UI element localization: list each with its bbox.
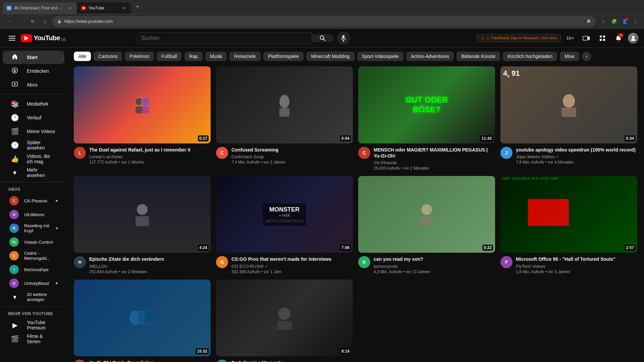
- sidebar-item-filme-serien[interactable]: 🎬 Filme & Serien: [3, 332, 64, 346]
- filter-chip-fussball[interactable]: Fußball: [157, 52, 182, 61]
- video-thumb-5: 4:24: [74, 176, 211, 253]
- filter-chip-alle[interactable]: Alle: [74, 52, 91, 61]
- video-camera-icon: [583, 36, 590, 41]
- sidebar-item-meine-videos[interactable]: 🎬 Meine Videos: [3, 125, 64, 138]
- channel-name-6: GO ECO RUSH! ✓: [231, 264, 353, 269]
- svg-rect-30: [564, 101, 567, 106]
- sidebar-sub-unholy[interactable]: U UnholyBlood: [3, 277, 64, 290]
- hamburger-icon: [9, 35, 15, 42]
- filter-chip-bildende[interactable]: Bildende Künste: [457, 52, 500, 61]
- voice-search-button[interactable]: [337, 32, 350, 45]
- video-title-7: can you read my son?: [374, 256, 495, 262]
- sidebar-item-abos[interactable]: Abos: [3, 78, 64, 92]
- forward-button[interactable]: →: [16, 17, 25, 26]
- video-card-2[interactable]: 0:04 C Confused Screaming Cockroach Soup…: [216, 66, 353, 171]
- filter-chip-pokemon[interactable]: Pokémon: [125, 52, 154, 61]
- filter-chip-plattform[interactable]: Plattformspiele: [263, 52, 304, 61]
- sidebar-sub-cedrix[interactable]: C Cedrix - Meinungsbl...: [3, 249, 64, 262]
- tubebuddy-warning-icon: ⚠: [481, 36, 484, 41]
- tab2-favicon: [81, 6, 86, 10]
- sidebar-item-mediathek[interactable]: 📚 Mediathek: [3, 97, 64, 111]
- filter-chip-sport[interactable]: Sport-Videospiele: [357, 52, 404, 61]
- new-tab-button[interactable]: +: [133, 2, 142, 12]
- sidebar-sub-uiuimemo[interactable]: U UiUiMemo: [3, 208, 64, 221]
- yt-logo[interactable]: YouTube DE: [21, 34, 66, 42]
- video-meta-4: youtube apology video speedrun (100% wor…: [516, 147, 637, 165]
- nav-actions: ☆ 🧩 👤 ⋮: [598, 17, 640, 26]
- sidebar-item-mehr[interactable]: ▾ Mehr ansehen: [3, 166, 64, 179]
- video-title-8: Microsoft Office 95 - "Hall of Tortured …: [516, 256, 637, 262]
- video-card-9[interactable]: 15:32 C Yu-Gi-Oh! Cards Compilation CK-P…: [74, 280, 211, 362]
- sidebar-sub-reselling[interactable]: R Reselling mit Kopf: [3, 222, 64, 235]
- video-meta-1: The Duel against Rafael, just as I remem…: [89, 147, 211, 165]
- sidebar-item-verlauf[interactable]: 🕐 Verlauf: [3, 111, 64, 124]
- video-card-1[interactable]: 0:17 L The Duel against Rafael, just as …: [74, 66, 211, 171]
- svg-point-5: [320, 36, 324, 39]
- notification-button[interactable]: 3: [612, 32, 625, 45]
- avatar-icon: [630, 35, 636, 41]
- filter-chip-kuerzlich[interactable]: Kürzlich hochgeladen: [503, 52, 557, 61]
- user-avatar[interactable]: [628, 33, 639, 44]
- watch-later-icon: 🕐: [11, 141, 19, 149]
- tab1-close[interactable]: ✕: [67, 5, 72, 11]
- svg-rect-40: [277, 321, 292, 330]
- home-button[interactable]: ⌂: [40, 17, 50, 26]
- channel-name-3: CK-Phoenix: [374, 160, 495, 165]
- filter-chip-mixe[interactable]: Mixe: [560, 52, 579, 61]
- sidebar-sub-ck-phoenix[interactable]: C CK-Phoenix: [3, 194, 64, 207]
- sidebar-item-entdecken[interactable]: Entdecken: [3, 64, 64, 78]
- filter-chip-action[interactable]: Action-Adventures: [406, 52, 454, 61]
- ck-phoenix-dot: [56, 200, 58, 202]
- films-icon: 🎬: [11, 335, 19, 343]
- apps-grid-button[interactable]: [596, 32, 609, 45]
- video-card-7[interactable]: 0:22 K can you read my son? kzmorzynski …: [358, 176, 495, 274]
- browser-tab-1[interactable]: 4K 4K Download | Free and useful ✕: [3, 2, 76, 14]
- sidebar-item-liked[interactable]: 👍 Videos, die ich mag: [3, 152, 64, 166]
- sidebar-sub-volado[interactable]: Vc Volado Control: [3, 235, 64, 249]
- gut-oder-boese-text: GUT ODERBÖSE?: [406, 95, 448, 115]
- search-button[interactable]: [312, 35, 333, 42]
- filter-chip-rap[interactable]: Rap: [184, 52, 203, 61]
- address-bar[interactable]: https://www.youtube.com: [52, 16, 596, 27]
- star-button[interactable]: ☆: [598, 17, 608, 26]
- hamburger-menu-button[interactable]: [5, 32, 19, 45]
- filter-chip-cartoons[interactable]: Cartoons: [94, 52, 122, 61]
- video-thumb-8: 01001 11010 00110 10101 01110 11001 2:57: [500, 176, 637, 253]
- video-card-3[interactable]: GUT ODERBÖSE? 11:42 C MENSCH oder MAGIER…: [358, 66, 495, 171]
- yt-content: Alle Cartoons Pokémon Fußball Rap Musik …: [67, 48, 644, 362]
- sidebar-item-spaeter[interactable]: 🕐 Später ansehen: [3, 138, 64, 152]
- sidebar-item-yt-premium[interactable]: ▶ YouTube Premium: [3, 318, 64, 332]
- svg-point-23: [142, 98, 150, 106]
- mic-icon: [341, 35, 346, 42]
- video-stats-2: 7,4 Mio. Aufrufe • vor 2 Jahren: [231, 160, 353, 165]
- video-card-8[interactable]: 01001 11010 00110 10101 01110 11001 2:57…: [500, 176, 637, 274]
- video-thumb-10: 8:14: [216, 280, 353, 357]
- filter-scroll-right[interactable]: ›: [582, 52, 591, 61]
- filter-chip-reiseziele[interactable]: Reiseziele: [229, 52, 261, 61]
- back-button[interactable]: ←: [4, 17, 13, 26]
- sidebar-item-start[interactable]: Start: [3, 51, 64, 64]
- video-card-5[interactable]: 4:24 W Epische Zitate die dich verändern…: [74, 176, 211, 274]
- video-card-6[interactable]: MONSTER × H4X ASTRO CORSAIR ASUS 7:06 G …: [216, 176, 353, 274]
- svg-rect-12: [600, 36, 602, 38]
- menu-dots-button[interactable]: ⋮: [631, 17, 640, 26]
- sync-button[interactable]: 👤: [620, 17, 629, 26]
- sidebar-spaeter-label: Später ansehen: [27, 140, 56, 150]
- tab2-close[interactable]: ✕: [121, 5, 127, 11]
- extensions-button[interactable]: 🧩: [609, 17, 619, 26]
- sidebar-show-more-subs[interactable]: ▾ 20 weitere anzeigen: [3, 290, 64, 304]
- tubebuddy-banner[interactable]: ⚠ ⚠ TubeBuddy Sign-in Required, Click He…: [477, 34, 561, 42]
- create-video-button[interactable]: [580, 32, 593, 45]
- video-card-4[interactable]: 4s 91 0:34 J youtube apology video speed…: [500, 66, 637, 171]
- video-info-6: G CS:GO Pros that weren't made for inter…: [216, 256, 353, 274]
- refresh-button[interactable]: ↻: [28, 17, 38, 26]
- video-card-10[interactable]: 8:14 t Dark Gaming Moments theGoodApe 89…: [216, 280, 353, 362]
- sidebar-sub-goodape[interactable]: t theGoodApe: [3, 263, 64, 276]
- filter-chip-minecraft[interactable]: Minecraft Modding: [306, 52, 354, 61]
- search-input[interactable]: [136, 33, 312, 44]
- browser-tab-2[interactable]: YouTube ✕: [77, 2, 131, 14]
- filter-chip-musik[interactable]: Musik: [205, 52, 227, 61]
- video-info-10: t Dark Gaming Moments theGoodApe 89.234 …: [216, 360, 353, 362]
- svg-rect-27: [279, 108, 289, 117]
- tubehop-icon-button[interactable]: 1b≡: [564, 32, 577, 45]
